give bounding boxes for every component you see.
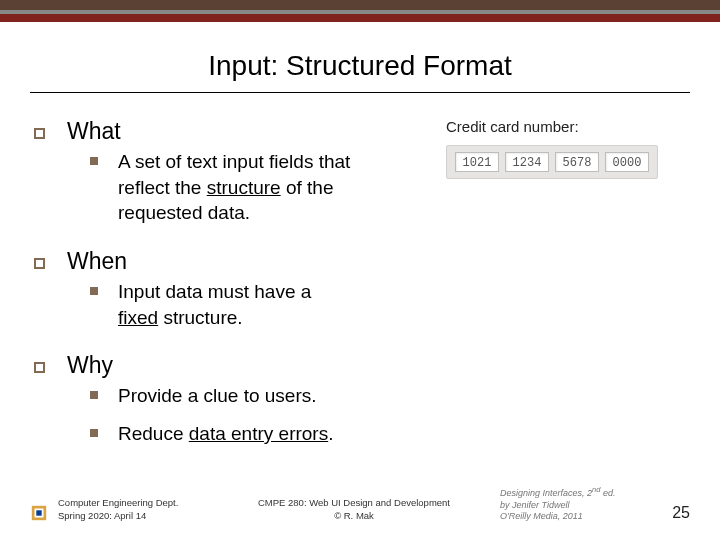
bullet-open-icon bbox=[34, 128, 45, 139]
footer-line: by Jenifer Tidwell bbox=[500, 500, 650, 511]
slide: Input: Structured Format Credit card num… bbox=[0, 0, 720, 540]
why-item-text: Reduce data entry errors. bbox=[118, 421, 333, 447]
text: . bbox=[328, 423, 333, 444]
bullet-fill-icon bbox=[90, 391, 98, 399]
section-what: What bbox=[34, 118, 690, 145]
top-stripe bbox=[0, 0, 720, 22]
bullet-fill-icon bbox=[90, 157, 98, 165]
why-item: Reduce data entry errors. bbox=[90, 421, 690, 447]
text: structure. bbox=[158, 307, 242, 328]
text-underline: data entry errors bbox=[189, 423, 328, 444]
why-item: Provide a clue to users. bbox=[90, 383, 690, 409]
section-title: Why bbox=[67, 352, 113, 379]
footer-line: Computer Engineering Dept. bbox=[58, 497, 208, 509]
svg-rect-2 bbox=[36, 510, 41, 515]
bullet-open-icon bbox=[34, 258, 45, 269]
footer: Computer Engineering Dept. Spring 2020: … bbox=[30, 485, 690, 522]
footer-dept: Computer Engineering Dept. Spring 2020: … bbox=[58, 497, 208, 522]
footer-line: Spring 2020: April 14 bbox=[58, 510, 208, 522]
why-item-text: Provide a clue to users. bbox=[118, 383, 317, 409]
section-when: When bbox=[34, 248, 690, 275]
when-item-text: Input data must have a fixed structure. bbox=[118, 279, 348, 330]
footer-line: Designing Interfaces, 2nd ed. bbox=[500, 485, 650, 499]
text: Input data must have a bbox=[118, 281, 311, 302]
what-item-text: A set of text input fields that reflect … bbox=[118, 149, 398, 226]
bullet-fill-icon bbox=[90, 287, 98, 295]
title-underline bbox=[30, 92, 690, 93]
footer-course: CMPE 280: Web UI Design and Development … bbox=[208, 497, 500, 522]
footer-line: © R. Mak bbox=[208, 510, 500, 522]
section-title: When bbox=[67, 248, 127, 275]
section-title: What bbox=[67, 118, 121, 145]
what-item: A set of text input fields that reflect … bbox=[90, 149, 690, 226]
bullet-open-icon bbox=[34, 362, 45, 373]
when-item: Input data must have a fixed structure. bbox=[90, 279, 690, 330]
footer-line: CMPE 280: Web UI Design and Development bbox=[208, 497, 500, 509]
content: What A set of text input fields that ref… bbox=[34, 118, 690, 458]
sjsu-logo-icon bbox=[30, 504, 48, 522]
page-number: 25 bbox=[650, 504, 690, 522]
footer-line: O'Reilly Media, 2011 bbox=[500, 511, 650, 522]
slide-title: Input: Structured Format bbox=[0, 50, 720, 82]
text: Reduce bbox=[118, 423, 189, 444]
section-why: Why bbox=[34, 352, 690, 379]
text-underline: fixed bbox=[118, 307, 158, 328]
bullet-fill-icon bbox=[90, 429, 98, 437]
footer-citation: Designing Interfaces, 2nd ed. by Jenifer… bbox=[500, 485, 650, 522]
text-underline: structure bbox=[207, 177, 281, 198]
